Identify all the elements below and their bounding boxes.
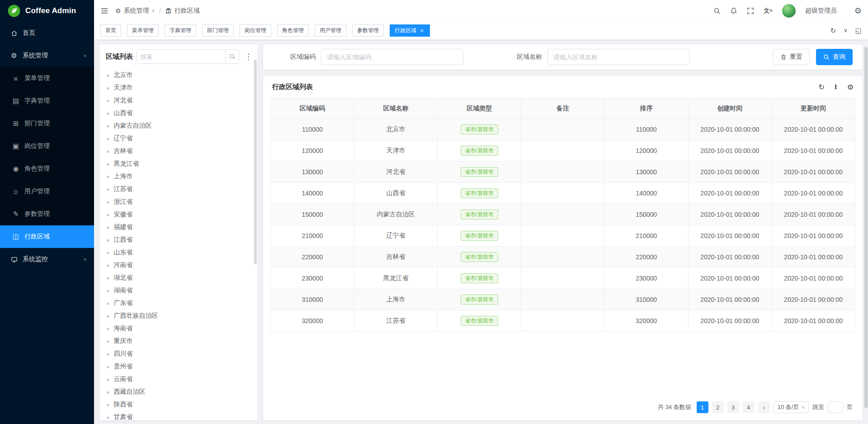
caret-right-icon[interactable]: ▸ — [107, 250, 110, 256]
caret-right-icon[interactable]: ▸ — [107, 123, 110, 129]
sidebar-subitem[interactable]: ▤ 字典管理 — [0, 90, 94, 112]
table-row[interactable]: 220000 吉林省 省市/直辖市 220000 2020-10-01 00:0… — [271, 247, 855, 268]
tree-item[interactable]: ▸ 安徽省 — [99, 208, 258, 221]
caret-right-icon[interactable]: ▸ — [107, 364, 110, 370]
search-button[interactable]: 查询 — [816, 49, 853, 65]
caret-right-icon[interactable]: ▸ — [107, 85, 110, 91]
tree-item[interactable]: ▸ 贵州省 — [99, 360, 258, 373]
page-button[interactable]: 2 — [712, 401, 724, 413]
tree-item[interactable]: ▸ 四川省 — [99, 348, 258, 360]
table-row[interactable]: 120000 天津市 省市/直辖市 120000 2020-10-01 00:0… — [271, 140, 855, 162]
tree-item[interactable]: ▸ 湖南省 — [99, 284, 258, 297]
caret-right-icon[interactable]: ▸ — [107, 288, 110, 294]
tree-item[interactable]: ▸ 甘肃省 — [99, 411, 258, 420]
sidebar-subitem[interactable]: ▣ 岗位管理 — [0, 135, 94, 157]
settings-gear-icon[interactable]: ⚙ — [854, 7, 862, 15]
caret-right-icon[interactable]: ▸ — [107, 161, 110, 167]
caret-right-icon[interactable]: ▸ — [107, 300, 110, 306]
sidebar-subitem[interactable]: ⊞ 部门管理 — [0, 112, 94, 135]
refresh-icon[interactable]: ↻ — [830, 27, 836, 34]
caret-right-icon[interactable]: ▸ — [107, 199, 110, 205]
caret-right-icon[interactable]: ▸ — [107, 262, 110, 268]
tree-item[interactable]: ▸ 陕西省 — [99, 398, 258, 411]
caret-right-icon[interactable]: ▸ — [107, 351, 110, 357]
column-header[interactable]: 区域名称 — [354, 98, 438, 119]
table-row[interactable]: 110000 北京市 省市/直辖市 110000 2020-10-01 00:0… — [271, 119, 855, 140]
search-icon[interactable] — [713, 7, 721, 14]
column-settings-icon[interactable]: ⚙ — [847, 83, 854, 91]
tree-item[interactable]: ▸ 福建省 — [99, 221, 258, 233]
sidebar-item-monitor[interactable]: 系统监控 ∨ — [0, 248, 94, 271]
next-page-button[interactable]: › — [758, 401, 770, 413]
caret-right-icon[interactable]: ▸ — [107, 376, 110, 382]
breadcrumb-system[interactable]: 系统管理 — [124, 7, 149, 15]
table-row[interactable]: 320000 江苏省 省市/直辖市 320000 2020-10-01 00:0… — [271, 310, 855, 332]
reset-button[interactable]: 重置 — [773, 49, 810, 65]
caret-right-icon[interactable]: ▸ — [107, 72, 110, 78]
column-header[interactable]: 创建时间 — [688, 98, 772, 119]
tab[interactable]: 岗位管理 × — [240, 24, 271, 37]
tab[interactable]: 行政区域 × — [390, 24, 430, 37]
table-row[interactable]: 150000 内蒙古自治区 省市/直辖市 150000 2020-10-01 0… — [271, 204, 855, 225]
tab[interactable]: 首页 × — [100, 24, 121, 37]
caret-right-icon[interactable]: ▸ — [107, 338, 110, 344]
collapse-sidebar-icon[interactable] — [100, 7, 108, 15]
table-row[interactable]: 130000 河北省 省市/直辖市 130000 2020-10-01 00:0… — [271, 162, 855, 183]
tree-item[interactable]: ▸ 河北省 — [99, 94, 258, 107]
tree-item[interactable]: ▸ 山西省 — [99, 107, 258, 119]
tab[interactable]: 角色管理 × — [277, 24, 309, 37]
caret-right-icon[interactable]: ▸ — [107, 224, 110, 230]
username[interactable]: 超级管理员 — [805, 7, 837, 15]
caret-right-icon[interactable]: ▸ — [107, 402, 110, 408]
layout-icon[interactable]: ◱ — [855, 27, 862, 34]
bell-icon[interactable] — [730, 7, 737, 14]
table-row[interactable]: 310000 上海市 省市/直辖市 310000 2020-10-01 00:0… — [271, 289, 855, 310]
caret-right-icon[interactable]: ▸ — [107, 237, 110, 243]
sidebar-subitem[interactable]: ◉ 角色管理 — [0, 157, 94, 180]
tab[interactable]: 字典管理 × — [165, 24, 196, 37]
tree-scrollbar[interactable] — [254, 60, 257, 264]
avatar[interactable] — [782, 4, 796, 18]
tab[interactable]: 部门管理 × — [202, 24, 234, 37]
tree-search-input[interactable] — [137, 53, 225, 60]
tree-item[interactable]: ▸ 广东省 — [99, 297, 258, 310]
caret-right-icon[interactable]: ▸ — [107, 148, 110, 154]
density-icon[interactable]: I — [835, 83, 837, 91]
caret-right-icon[interactable]: ▸ — [107, 98, 110, 104]
tree-item[interactable]: ▸ 山东省 — [99, 246, 258, 259]
column-header[interactable]: 区域类型 — [438, 98, 521, 119]
page-size-select[interactable]: 10 条/页 ∨ — [774, 401, 809, 413]
caret-right-icon[interactable]: ▸ — [107, 313, 110, 319]
sidebar-subitem[interactable]: ☺ 用户管理 — [0, 180, 94, 203]
caret-right-icon[interactable]: ▸ — [107, 212, 110, 218]
search-icon[interactable] — [225, 50, 239, 63]
tree-item[interactable]: ▸ 云南省 — [99, 373, 258, 386]
caret-right-icon[interactable]: ▸ — [107, 275, 110, 281]
caret-right-icon[interactable]: ▸ — [107, 110, 110, 116]
more-options-icon[interactable]: ⋮ — [243, 52, 254, 62]
tree-item[interactable]: ▸ 湖北省 — [99, 272, 258, 284]
tree-item[interactable]: ▸ 重庆市 — [99, 335, 258, 348]
tab[interactable]: 参数管理 × — [352, 24, 384, 37]
tree-item[interactable]: ▸ 黑龙江省 — [99, 157, 258, 170]
page-button[interactable]: 3 — [727, 401, 739, 413]
page-button[interactable]: 4 — [743, 401, 755, 413]
sidebar-item-system[interactable]: ⚙ 系统管理 ∧ — [0, 44, 94, 67]
sidebar-item-home[interactable]: 首页 — [0, 22, 94, 44]
translate-icon[interactable]: 文A — [764, 8, 773, 14]
region-name-input[interactable] — [547, 49, 690, 65]
column-header[interactable]: 更新时间 — [772, 98, 855, 119]
jump-page-input[interactable] — [828, 401, 843, 413]
tree-item[interactable]: ▸ 天津市 — [99, 81, 258, 94]
tree-item[interactable]: ▸ 江西省 — [99, 233, 258, 246]
refresh-icon[interactable]: ↻ — [818, 83, 824, 91]
fullscreen-icon[interactable] — [747, 7, 754, 14]
tree-item[interactable]: ▸ 河南省 — [99, 259, 258, 272]
chevron-down-icon[interactable]: ∨ — [844, 28, 848, 33]
tree-item[interactable]: ▸ 辽宁省 — [99, 132, 258, 145]
page-scrollbar[interactable] — [864, 47, 868, 408]
tab[interactable]: 菜单管理 × — [127, 24, 159, 37]
tab[interactable]: 用户管理 × — [315, 24, 346, 37]
region-code-input[interactable] — [321, 49, 463, 65]
tree-item[interactable]: ▸ 上海市 — [99, 170, 258, 183]
